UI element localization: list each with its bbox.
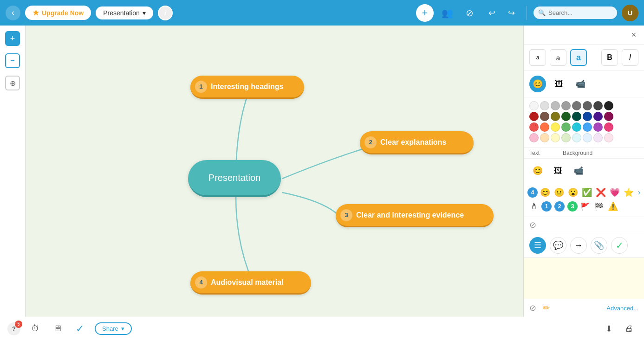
color-swatch[interactable] xyxy=(604,112,613,121)
check-button[interactable]: ✓ xyxy=(611,237,628,254)
color-swatch[interactable] xyxy=(561,101,571,110)
flag-finish[interactable]: 🏁 xyxy=(592,200,605,213)
arrow-button[interactable]: → xyxy=(570,237,587,254)
color-swatch[interactable] xyxy=(551,101,560,110)
color-swatch[interactable] xyxy=(540,101,549,110)
color-swatch[interactable] xyxy=(529,101,539,110)
link-button[interactable]: 📎 xyxy=(591,237,607,254)
undo-button[interactable]: ↩ xyxy=(483,4,501,22)
emoji-tab-button[interactable]: 😊 xyxy=(529,76,546,92)
speech-bubble-button[interactable]: 💬 xyxy=(550,237,566,254)
add-button[interactable]: + xyxy=(416,4,434,22)
color-swatch[interactable] xyxy=(561,112,571,121)
emoji-check[interactable]: ✅ xyxy=(580,186,593,199)
text-small-button[interactable]: a xyxy=(529,49,546,66)
block-icon-small[interactable]: ⊘ xyxy=(529,220,536,230)
color-swatch[interactable] xyxy=(540,112,549,121)
image-tab-button[interactable]: 🖼 xyxy=(551,76,567,92)
emoji-grid: 4 😊 😐 😮 ✅ ❌ 💗 ⭐ › 🕯 1 2 3 🚩 🏁 ⚠️ xyxy=(524,183,644,217)
branch-node-2[interactable]: 2 Clear explanations xyxy=(360,131,474,154)
color-swatch[interactable] xyxy=(561,122,571,132)
back-button[interactable]: ‹ xyxy=(6,6,20,20)
search-input[interactable] xyxy=(533,6,617,19)
emoji-happy[interactable]: 😊 xyxy=(539,186,552,199)
cancel-icon[interactable]: ⊘ xyxy=(529,303,536,313)
notes-area[interactable] xyxy=(524,258,644,299)
flag-red[interactable]: 🚩 xyxy=(579,200,592,213)
info-button[interactable]: i xyxy=(158,6,173,20)
emoji-x[interactable]: ❌ xyxy=(594,186,607,199)
upgrade-button[interactable]: ★ Upgrade Now xyxy=(25,6,91,20)
check-button[interactable]: ✓ xyxy=(72,321,87,336)
user-avatar[interactable]: U xyxy=(622,5,638,21)
color-swatch[interactable] xyxy=(593,112,603,121)
large-a-label: a xyxy=(576,53,581,63)
color-swatch[interactable] xyxy=(583,122,592,132)
color-swatch[interactable] xyxy=(551,133,560,142)
branch-label-3: Clear and interesting evidence xyxy=(356,211,464,219)
emoji-neutral[interactable]: 😐 xyxy=(553,186,566,199)
warning-icon[interactable]: ⚠️ xyxy=(606,200,619,213)
download-button[interactable]: ⬇ xyxy=(601,321,616,336)
color-swatch[interactable] xyxy=(572,122,581,132)
color-swatch[interactable] xyxy=(540,133,549,142)
color-swatch[interactable] xyxy=(551,112,560,121)
lines-button[interactable]: ☰ xyxy=(529,237,546,254)
color-swatch[interactable] xyxy=(529,122,539,132)
color-swatch[interactable] xyxy=(583,112,592,121)
history-button[interactable]: ⏱ xyxy=(28,321,43,336)
color-swatch[interactable] xyxy=(604,122,613,132)
emoji-more-arrow[interactable]: › xyxy=(638,188,640,197)
redo-button[interactable]: ↪ xyxy=(502,4,520,22)
emoji-video-tab[interactable]: 📹 xyxy=(570,162,587,179)
color-swatch[interactable] xyxy=(529,112,539,121)
color-swatch[interactable] xyxy=(604,101,613,110)
edit-icon[interactable]: ✏ xyxy=(543,303,550,313)
text-medium-button[interactable]: a xyxy=(550,49,566,66)
text-large-button[interactable]: a xyxy=(570,49,587,66)
color-swatch[interactable] xyxy=(572,133,581,142)
zoom-out-button[interactable]: − xyxy=(5,53,20,68)
collaboration-button[interactable]: 👥 xyxy=(438,4,456,22)
num-badge-3[interactable]: 3 xyxy=(567,201,578,212)
emoji-heart[interactable]: 💗 xyxy=(608,186,621,199)
italic-button[interactable]: I xyxy=(622,49,638,66)
color-swatch[interactable] xyxy=(593,122,603,132)
color-swatch[interactable] xyxy=(540,122,549,132)
print-button[interactable]: 🖨 xyxy=(622,321,637,336)
color-swatch[interactable] xyxy=(551,122,560,132)
branch-node-3[interactable]: 3 Clear and interesting evidence xyxy=(336,204,494,227)
color-swatch[interactable] xyxy=(593,133,603,142)
bold-button[interactable]: B xyxy=(601,49,618,66)
video-tab-button[interactable]: 📹 xyxy=(572,76,589,92)
presentation-button[interactable]: Presentation ▾ xyxy=(96,6,153,19)
block-button[interactable]: ⊘ xyxy=(461,4,478,22)
emoji-surprised[interactable]: 😮 xyxy=(566,186,579,199)
color-swatch[interactable] xyxy=(561,133,571,142)
central-node[interactable]: Presentation xyxy=(188,160,281,197)
advanced-link[interactable]: Advanced... xyxy=(606,305,638,312)
num-badge-2[interactable]: 2 xyxy=(554,201,565,212)
color-swatch[interactable] xyxy=(583,133,592,142)
color-swatch[interactable] xyxy=(604,133,613,142)
emoji-candle[interactable]: 🕯 xyxy=(527,200,540,213)
num-badge-1[interactable]: 1 xyxy=(541,201,552,212)
emoji-photo-tab[interactable]: 🖼 xyxy=(550,162,566,179)
color-swatch[interactable] xyxy=(583,101,592,110)
branch-node-4[interactable]: 4 Audiovisual material xyxy=(190,271,311,295)
zoom-in-button[interactable]: + xyxy=(5,31,20,46)
panel-header: × xyxy=(524,26,644,45)
color-swatch[interactable] xyxy=(572,101,581,110)
color-swatch[interactable] xyxy=(529,133,539,142)
color-swatch[interactable] xyxy=(572,112,581,121)
color-swatch[interactable] xyxy=(593,101,603,110)
screen-button[interactable]: 🖥 xyxy=(50,321,65,336)
emoji-star[interactable]: ⭐ xyxy=(622,186,635,199)
target-button[interactable]: ⊕ xyxy=(5,76,20,90)
emoji-smiley-tab[interactable]: 😊 xyxy=(529,162,546,179)
panel-close-button[interactable]: × xyxy=(628,29,639,40)
emoji-4[interactable]: 4 xyxy=(527,187,538,198)
branch-node-1[interactable]: 1 Interesting headings xyxy=(190,76,304,99)
undo-icon: ↩ xyxy=(488,8,495,18)
share-button[interactable]: Share ▾ xyxy=(95,322,132,335)
